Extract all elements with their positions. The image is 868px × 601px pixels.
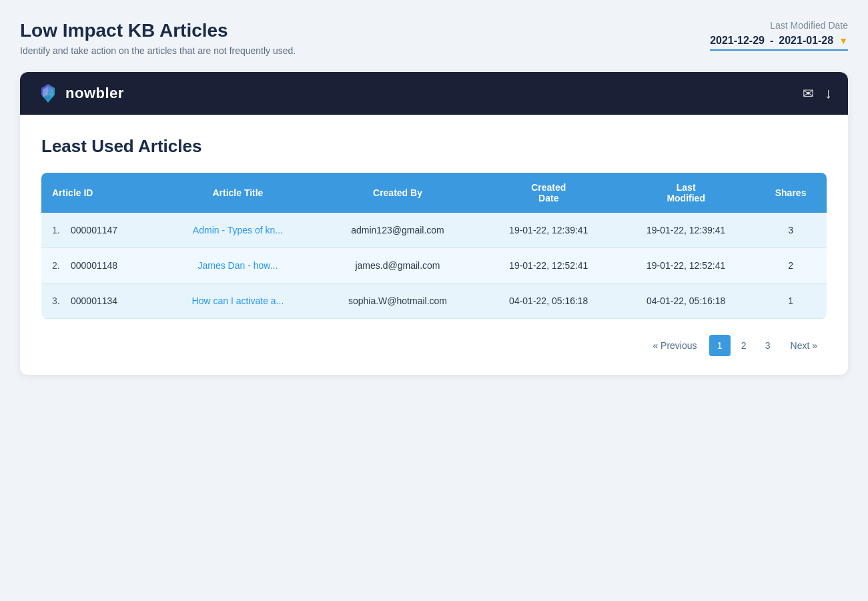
created-by-cell: sophia.W@hotmail.com xyxy=(316,283,480,319)
shares-cell: 2 xyxy=(755,248,827,283)
articles-table: Article ID Article Title Created By Crea… xyxy=(41,173,827,319)
article-id-cell: 1. 000001147 xyxy=(41,213,160,248)
article-title-cell[interactable]: Admin - Types of kn... xyxy=(160,213,316,248)
previous-button[interactable]: « Previous xyxy=(643,336,706,355)
table-header-row: Article ID Article Title Created By Crea… xyxy=(41,173,827,213)
date-filter-row[interactable]: 2021-12-29 - 2021-01-28 ▼ xyxy=(710,35,848,51)
col-created-date: CreatedDate xyxy=(480,173,617,213)
date-from: 2021-12-29 xyxy=(710,35,765,47)
article-title-link[interactable]: How can I activate a... xyxy=(192,295,284,306)
date-separator: - xyxy=(770,35,773,47)
date-filter-section: Last Modified Date 2021-12-29 - 2021-01-… xyxy=(710,20,848,51)
col-article-id: Article ID xyxy=(41,173,160,213)
page-header: Low Impact KB Articles Identify and take… xyxy=(20,20,848,56)
created-date-cell: 19-01-22, 12:39:41 xyxy=(480,213,617,248)
nav-actions: ✉ ↓ xyxy=(803,85,832,102)
article-title-cell[interactable]: James Dan - how... xyxy=(160,248,316,283)
table-body: 1. 000001147 Admin - Types of kn... admi… xyxy=(41,213,827,319)
article-title-cell[interactable]: How can I activate a... xyxy=(160,283,316,319)
col-last-modified: LastModified xyxy=(617,173,755,213)
created-by-cell: james.d@gmail.com xyxy=(316,248,480,283)
row-num: 1. xyxy=(52,225,65,235)
card-navbar: nowbler ✉ ↓ xyxy=(20,72,848,115)
page-3-button[interactable]: 3 xyxy=(757,335,779,356)
shares-cell: 1 xyxy=(755,283,827,319)
logo-icon xyxy=(36,81,60,105)
table-row: 1. 000001147 Admin - Types of kn... admi… xyxy=(41,213,827,248)
title-section: Low Impact KB Articles Identify and take… xyxy=(20,20,296,56)
col-article-title: Article Title xyxy=(160,173,316,213)
article-title-link[interactable]: Admin - Types of kn... xyxy=(193,225,283,235)
card-body: Least Used Articles Article ID Article T… xyxy=(20,115,848,375)
row-num: 3. xyxy=(52,295,65,306)
col-shares: Shares xyxy=(755,173,827,213)
date-filter-label: Last Modified Date xyxy=(710,20,848,31)
col-created-by: Created By xyxy=(316,173,480,213)
created-date-cell: 19-01-22, 12:52:41 xyxy=(480,248,617,283)
table-header: Article ID Article Title Created By Crea… xyxy=(41,173,827,213)
row-num: 2. xyxy=(52,260,65,271)
article-id: 000001148 xyxy=(71,260,117,271)
date-to: 2021-01-28 xyxy=(779,35,833,47)
article-id-cell: 2. 000001148 xyxy=(41,248,160,283)
main-card: nowbler ✉ ↓ Least Used Articles Article … xyxy=(20,72,848,375)
article-title-link[interactable]: James Dan - how... xyxy=(198,260,278,271)
page-1-button[interactable]: 1 xyxy=(709,335,731,356)
last-modified-cell: 04-01-22, 05:16:18 xyxy=(617,283,755,319)
logo-area: nowbler xyxy=(36,81,124,105)
page-2-button[interactable]: 2 xyxy=(733,335,755,356)
last-modified-cell: 19-01-22, 12:39:41 xyxy=(617,213,755,248)
shares-cell: 3 xyxy=(755,213,827,248)
table-row: 3. 000001134 How can I activate a... sop… xyxy=(41,283,827,319)
pagination: « Previous 1 2 3 Next » xyxy=(41,335,827,356)
created-date-cell: 04-01-22, 05:16:18 xyxy=(480,283,617,319)
next-button[interactable]: Next » xyxy=(781,336,827,355)
section-title: Least Used Articles xyxy=(41,136,827,157)
email-icon[interactable]: ✉ xyxy=(803,85,814,101)
table-row: 2. 000001148 James Dan - how... james.d@… xyxy=(41,248,827,283)
page-subtitle: Identify and take action on the articles… xyxy=(20,45,296,56)
created-by-cell: admin123@gmail.com xyxy=(316,213,480,248)
download-icon[interactable]: ↓ xyxy=(825,85,832,102)
last-modified-cell: 19-01-22, 12:52:41 xyxy=(617,248,755,283)
logo-text: nowbler xyxy=(65,85,124,102)
article-id-cell: 3. 000001134 xyxy=(41,283,160,319)
article-id: 000001147 xyxy=(71,225,117,235)
date-dropdown-icon[interactable]: ▼ xyxy=(839,35,848,46)
page-title: Low Impact KB Articles xyxy=(20,20,296,41)
article-id: 000001134 xyxy=(71,295,117,306)
